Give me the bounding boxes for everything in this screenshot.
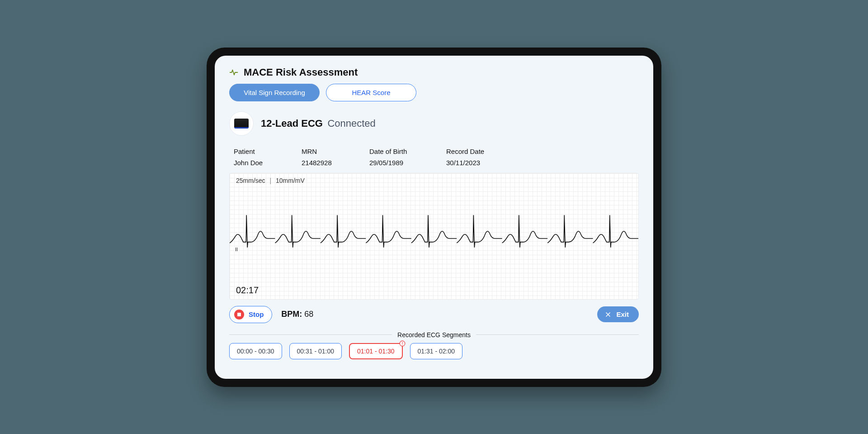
ecg-waveform-panel: 25mm/sec | 10mm/mV II bbox=[229, 173, 639, 300]
ecg-trace bbox=[230, 173, 638, 299]
patient-name-col: Patient John Doe bbox=[234, 148, 302, 167]
record-date-value: 30/11/2023 bbox=[446, 159, 523, 167]
patient-mrn-label: MRN bbox=[302, 148, 369, 155]
device-title-group: 12-Lead ECG Connected bbox=[261, 118, 376, 129]
segments-header: Recorded ECG Segments bbox=[229, 331, 639, 339]
patient-name-value: John Doe bbox=[234, 159, 302, 167]
patient-dob-value: 29/05/1989 bbox=[369, 159, 446, 167]
patient-dob-col: Date of Birth 29/05/1989 bbox=[369, 148, 446, 167]
device-name: 12-Lead ECG bbox=[261, 118, 323, 129]
patient-dob-label: Date of Birth bbox=[369, 148, 446, 155]
bpm-readout: BPM: 68 bbox=[281, 310, 313, 319]
controls: Stop BPM: 68 Exit bbox=[229, 306, 639, 323]
svg-point-2 bbox=[402, 344, 402, 345]
segment-button[interactable]: 01:31 - 02:00 bbox=[410, 343, 463, 359]
segment-button[interactable]: 00:00 - 00:30 bbox=[229, 343, 282, 359]
segment-button[interactable]: 00:31 - 01:00 bbox=[289, 343, 342, 359]
segments-title: Recorded ECG Segments bbox=[397, 331, 471, 339]
stop-button-label: Stop bbox=[249, 310, 264, 318]
alert-icon bbox=[399, 340, 406, 347]
patient-mrn-col: MRN 21482928 bbox=[302, 148, 369, 167]
bpm-label: BPM: bbox=[281, 310, 302, 319]
record-date-col: Record Date 30/11/2023 bbox=[446, 148, 523, 167]
divider-right bbox=[476, 334, 639, 335]
ecg-timer: 02:17 bbox=[236, 285, 259, 296]
tab-vital-sign-recording[interactable]: Vital Sign Recording bbox=[229, 84, 320, 101]
segment-button-alert[interactable]: 01:01 - 01:30 bbox=[349, 343, 403, 359]
tablet-frame: MACE Risk Assessment Vital Sign Recordin… bbox=[207, 48, 661, 387]
controls-left: Stop BPM: 68 bbox=[229, 306, 313, 323]
segment-label: 01:01 - 01:30 bbox=[357, 348, 395, 355]
app-screen: MACE Risk Assessment Vital Sign Recordin… bbox=[215, 56, 653, 379]
patient-info: Patient John Doe MRN 21482928 Date of Bi… bbox=[234, 148, 639, 167]
segments-list: 00:00 - 00:30 00:31 - 01:00 01:01 - 01:3… bbox=[229, 343, 639, 359]
stop-icon bbox=[234, 310, 244, 320]
exit-button-label: Exit bbox=[616, 310, 629, 318]
page-title: MACE Risk Assessment bbox=[244, 67, 358, 78]
header: MACE Risk Assessment bbox=[229, 67, 639, 78]
device-icon bbox=[229, 111, 254, 136]
tab-hear-score[interactable]: HEAR Score bbox=[326, 84, 416, 101]
tabs: Vital Sign Recording HEAR Score bbox=[229, 84, 639, 101]
patient-mrn-value: 21482928 bbox=[302, 159, 369, 167]
close-icon bbox=[604, 311, 612, 318]
patient-name-label: Patient bbox=[234, 148, 302, 155]
stop-button[interactable]: Stop bbox=[229, 306, 272, 323]
ecg-device-icon bbox=[234, 119, 249, 129]
divider-left bbox=[229, 334, 392, 335]
device-status-row: 12-Lead ECG Connected bbox=[229, 111, 639, 136]
exit-button[interactable]: Exit bbox=[597, 306, 639, 322]
record-date-label: Record Date bbox=[446, 148, 523, 155]
device-connection-status: Connected bbox=[327, 118, 375, 129]
heartbeat-logo-icon bbox=[229, 67, 239, 77]
bpm-value: 68 bbox=[304, 310, 313, 319]
